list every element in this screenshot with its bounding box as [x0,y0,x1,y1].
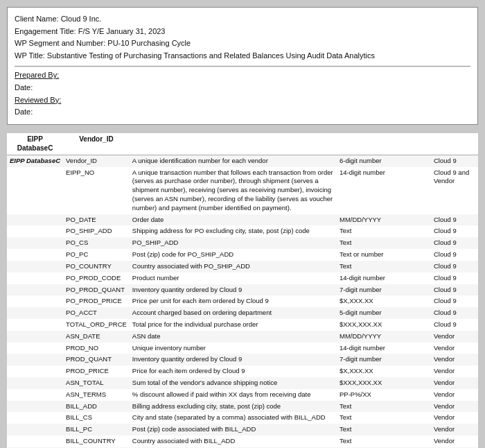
table-cell: Price for each item ordered by Cloud 9 [130,365,337,377]
table-cell: PROD_PRICE [63,365,130,377]
table-cell: PP-P%/XX [337,389,431,401]
table-cell: 7-digit number [337,284,431,296]
table-cell: Inventory quantity ordered by Cloud 9 [130,354,337,365]
table-cell: Cloud 9 [431,261,478,273]
table-cell: PO_CS [63,237,130,249]
table-cell: PO_PROD_CODE [63,273,130,284]
table-cell: ASN date [130,331,337,343]
table-cell: PO_SHIP_ADD [63,225,130,237]
table-cell [7,295,63,307]
table-cell: Shipping address for PO excluding city, … [130,225,337,237]
table-cell: PO_ACCT [63,307,130,319]
table-cell [7,331,63,343]
table-cell [7,389,63,401]
table-cell: PO_COUNTRY [63,261,130,273]
table-cell: A unique identification number for each … [130,155,337,166]
table-cell: MM/DD/YYYY [337,214,431,226]
table-cell [7,343,63,354]
table-row: PO_COUNTRYCountry associated with PO_SHI… [7,261,478,273]
table-cell: Cloud 9 [431,273,478,284]
table-cell: Vendor [431,389,478,401]
table-row: PO_PROD_PRICEPrice per unit for each ite… [7,295,478,307]
table-cell [7,365,63,377]
table-cell: Inventory quantity ordered by Cloud 9 [130,284,337,296]
table-cell: BILL_COUNTRY [63,436,130,447]
table-cell: Cloud 9 [431,214,478,226]
table-cell: Cloud 9 [431,225,478,237]
table-cell: Post (zip) code associated with BILL_ADD [130,424,337,436]
table-cell: Country associated with BILL_ADD [130,436,337,447]
header-box: Client Name: Cloud 9 Inc. Engagement Tit… [7,7,478,125]
table-cell: Text [337,261,431,273]
table-cell [7,225,63,237]
table-cell: Unique inventory number [130,343,337,354]
table-cell: PO_PC [63,249,130,261]
table-row: PO_DATEOrder dateMM/DD/YYYYCloud 9 [7,214,478,226]
table-cell [7,319,63,331]
table-cell: ASN_DATE [63,331,130,343]
table-cell: Order date [130,214,337,226]
table-row: PO_PCPost (zip) code for PO_SHIP_ADDText… [7,249,478,261]
table-cell: Cloud 9 [431,307,478,319]
table-cell [7,261,63,273]
table-cell [7,436,63,447]
col-header-source [431,133,478,155]
table-row: BILL_ADDBilling address excluding city, … [7,401,478,413]
table-cell [7,354,63,365]
table-cell: Vendor [431,331,478,343]
table-cell [7,249,63,261]
table-row: EIPP_NOA unique transaction number that … [7,167,478,214]
reviewed-by: Reviewed By: [15,94,470,107]
table-row: PO_PROD_CODEProduct number14-digit numbe… [7,273,478,284]
table-cell [7,307,63,319]
table-cell: Vendor [431,354,478,365]
table-cell: Cloud 9 [431,155,478,166]
table-cell: Cloud 9 [431,249,478,261]
table-cell: PROD_QUANT [63,354,130,365]
table-row: ASN_DATEASN dateMM/DD/YYYYVendor [7,331,478,343]
table-row: PO_SHIP_ADDShipping address for PO exclu… [7,225,478,237]
table-cell [7,214,63,226]
table-row: ASN_TOTALSum total of the vendor's advan… [7,377,478,389]
table-cell: TOTAL_ORD_PRCE [63,319,130,331]
table-row: BILL_COUNTRYCountry associated with BILL… [7,436,478,447]
table-row: ASN_TERMS% discount allowed if paid with… [7,389,478,401]
table-cell: Vendor [431,377,478,389]
date1: Date: [15,82,470,94]
table-cell: Vendor [431,365,478,377]
table-row: EIPP DatabaseCVendor_IDA unique identifi… [7,155,478,166]
table-cell: 14-digit number [337,343,431,354]
table-row: PROD_NOUnique inventory number14-digit n… [7,343,478,354]
date2: Date: [15,106,470,119]
table-cell: BILL_CS [63,412,130,424]
table-row: PROD_PRICEPrice for each item ordered by… [7,365,478,377]
table-cell: Vendor [431,436,478,447]
table-cell: Product number [130,273,337,284]
table-cell: $X,XXX.XX [337,295,431,307]
col-header-format [337,133,431,155]
table-cell: Cloud 9 [431,284,478,296]
table-cell: MM/DD/YYYY [337,331,431,343]
table-cell [7,237,63,249]
table-row: BILL_PCPost (zip) code associated with B… [7,424,478,436]
table-cell: Sum total of the vendor's advance shippi… [130,377,337,389]
table-cell: 14-digit number [337,273,431,284]
table-cell: Vendor [431,424,478,436]
table-row: PO_CSPO_SHIP_ADDTextCloud 9 [7,237,478,249]
table-row: PROD_QUANTInventory quantity ordered by … [7,354,478,365]
col-header-eipp: EIPPDatabaseC [7,133,63,155]
table-cell: ASN_TERMS [63,389,130,401]
table-cell: Text [337,412,431,424]
table-cell: % discount allowed if paid within XX day… [130,389,337,401]
data-table: EIPPDatabaseC Vendor_ID EIPP DatabaseCVe… [7,133,478,448]
table-cell: Text [337,225,431,237]
wp-title: WP Title: Substantive Testing of Purchas… [15,50,470,62]
table-cell: $XXX,XXX.XX [337,319,431,331]
table-cell: PO_DATE [63,214,130,226]
table-cell: PO_SHIP_ADD [130,237,337,249]
table-cell: Text [337,401,431,413]
table-cell: Vendor [431,401,478,413]
table-cell: 6-digit number [337,155,431,166]
table-cell: Post (zip) code for PO_SHIP_ADD [130,249,337,261]
table-cell: 5-digit number [337,307,431,319]
